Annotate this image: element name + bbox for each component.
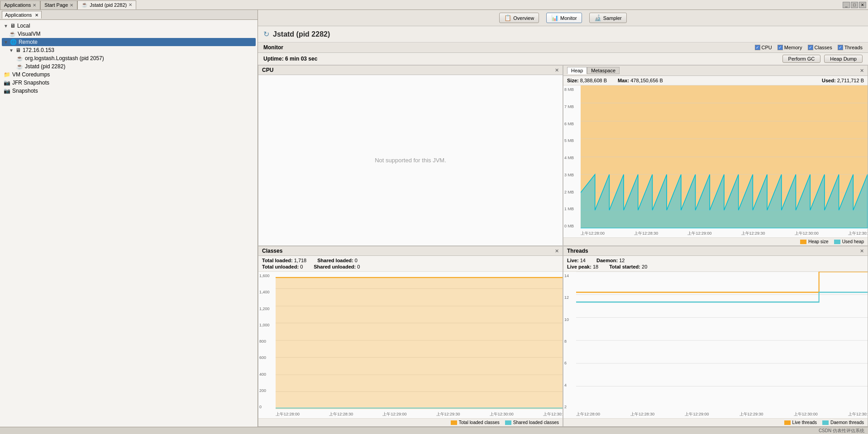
monitor-btn[interactable]: 📊 Monitor bbox=[546, 13, 582, 23]
right-panel: 📋 Overview 📊 Monitor 🔬 Sampler ↻ Jstatd … bbox=[258, 10, 868, 427]
tab-start-page-label: Start Page bbox=[44, 2, 68, 8]
total-started-stat: Total started: 20 bbox=[609, 264, 647, 269]
threads-x-axis: 上午12:28:00上午12:28:30上午12:29:00上午12:29:30… bbox=[576, 411, 868, 417]
uptime-text: Uptime: 6 min 03 sec bbox=[263, 56, 317, 62]
tree-label-remote: Remote bbox=[19, 39, 38, 45]
tab-start-page[interactable]: Start Page ✕ bbox=[40, 0, 77, 9]
cb-memory-box[interactable]: ✓ bbox=[777, 45, 783, 50]
tree-item-visualvm[interactable]: ☕ VisualVM bbox=[2, 30, 256, 38]
classes-chart-header: Classes ✕ bbox=[258, 246, 563, 256]
heap-chart-close[interactable]: ✕ bbox=[860, 68, 864, 74]
heap-size-stat: Size: 8,388,608 B bbox=[567, 78, 607, 83]
cb-classes: ✓ Classes bbox=[808, 45, 832, 50]
legend-used-heap-color bbox=[834, 240, 840, 244]
heap-chart-stats: Size: 8,388,608 B Max: 478,150,656 B Use… bbox=[563, 76, 868, 85]
monitor-icon: 📊 bbox=[551, 14, 558, 21]
threads-chart-close[interactable]: ✕ bbox=[860, 248, 864, 254]
tree-item-ip[interactable]: ▼ 🖥 172.16.0.153 bbox=[2, 46, 256, 54]
cb-cpu: ✓ CPU bbox=[755, 45, 772, 50]
overview-btn[interactable]: 📋 Overview bbox=[499, 13, 539, 23]
bottom-bar: CSDN 仿表性评估系统 bbox=[0, 427, 868, 434]
refresh-icon[interactable]: ↻ bbox=[263, 30, 269, 38]
classes-chart-panel: Classes ✕ Total loaded: 1,718 Shared loa… bbox=[258, 246, 563, 427]
tree-label-ip: 172.16.0.153 bbox=[23, 47, 54, 53]
overview-icon: 📋 bbox=[504, 14, 511, 21]
heap-chart-body: 8 MB7 MB6 MB5 MB4 MB3 MB2 MB1 MB0 MB bbox=[563, 85, 868, 237]
tab-start-page-close[interactable]: ✕ bbox=[70, 3, 73, 8]
heap-tab-heap[interactable]: Heap bbox=[567, 67, 587, 74]
tree-item-local[interactable]: ▼ 🖥 Local bbox=[2, 22, 256, 30]
action-buttons: Perform GC Heap Dump bbox=[782, 55, 863, 63]
threads-chart-legend: Live threads Daemon threads bbox=[563, 418, 868, 426]
threads-chart-stats: Live: 14 Daemon: 12 Live peak: 18 Total … bbox=[563, 256, 868, 272]
coredumps-icon: 📁 bbox=[4, 71, 10, 78]
legend-shared-loaded: Shared loaded classes bbox=[505, 420, 559, 425]
legend-used-heap: Used heap bbox=[834, 239, 864, 244]
remote-icon: 🌐 bbox=[10, 39, 17, 45]
uptime-actions-bar: Uptime: 6 min 03 sec Perform GC Heap Dum… bbox=[258, 53, 868, 65]
heap-used-stat: Used: 2,711,712 B bbox=[822, 78, 864, 83]
main-layout: Applications ✕ ▼ 🖥 Local ☕ VisualVM bbox=[0, 10, 868, 427]
heap-tab-metaspace[interactable]: Metaspace bbox=[587, 67, 620, 74]
tab-jstatd[interactable]: ☕ Jstatd (pid 2282) ✕ bbox=[77, 0, 136, 9]
tab-jstatd-close[interactable]: ✕ bbox=[129, 2, 132, 7]
threads-stats-row2: Live peak: 18 Total started: 20 bbox=[567, 264, 864, 269]
win-maximize-btn[interactable]: □ bbox=[851, 2, 858, 8]
monitor-section-label: Monitor bbox=[263, 44, 283, 51]
tree-label-visualvm: VisualVM bbox=[18, 31, 40, 37]
tab-jstatd-icon: ☕ bbox=[81, 2, 88, 8]
tab-jstatd-label: Jstatd (pid 2282) bbox=[90, 2, 127, 8]
tree-label-logstash: org.logstash.Logstash (pid 2057) bbox=[25, 55, 104, 61]
local-icon: 🖥 bbox=[10, 23, 15, 29]
cpu-chart-close[interactable]: ✕ bbox=[555, 67, 559, 73]
metaspace-tab-label: Metaspace bbox=[591, 68, 615, 73]
tree-item-jfr[interactable]: 📷 JFR Snapshots bbox=[2, 79, 256, 87]
logstash-icon: ☕ bbox=[16, 55, 23, 61]
cb-threads-box[interactable]: ✓ bbox=[838, 45, 843, 50]
tree-item-remote[interactable]: ▼ 🌐 Remote bbox=[2, 38, 256, 46]
svg-rect-17 bbox=[276, 278, 563, 409]
left-panel: Applications ✕ ▼ 🖥 Local ☕ VisualVM bbox=[0, 10, 258, 427]
tree-item-snapshots[interactable]: 📷 Snapshots bbox=[2, 87, 256, 95]
cpu-chart-panel: CPU ✕ Not supported for this JVM. bbox=[258, 65, 563, 246]
daemon-stat: Daemon: 12 bbox=[596, 258, 625, 263]
tree-item-logstash[interactable]: ☕ org.logstash.Logstash (pid 2057) bbox=[2, 54, 256, 62]
legend-heap-size-color bbox=[800, 240, 806, 244]
ip-icon: 🖥 bbox=[15, 47, 21, 53]
tab-applications-close[interactable]: ✕ bbox=[33, 3, 36, 8]
sampler-btn[interactable]: 🔬 Sampler bbox=[589, 13, 627, 23]
win-minimize-btn[interactable]: _ bbox=[843, 2, 850, 8]
legend-heap-size: Heap size bbox=[800, 239, 828, 244]
left-tab-close[interactable]: ✕ bbox=[35, 13, 38, 18]
tree-item-jstatd[interactable]: ☕ Jstatd (pid 2282) bbox=[2, 62, 256, 71]
tab-applications[interactable]: Applications ✕ bbox=[0, 0, 40, 9]
shared-unloaded-stat: Shared unloaded: 0 bbox=[314, 264, 360, 269]
tree-area: ▼ 🖥 Local ☕ VisualVM ▼ 🌐 Remote ▼ bbox=[0, 20, 258, 427]
legend-total-loaded-label: Total loaded classes bbox=[459, 420, 500, 425]
win-close-btn[interactable]: ✕ bbox=[859, 2, 866, 8]
cb-classes-box[interactable]: ✓ bbox=[808, 45, 813, 50]
toolbar: 📋 Overview 📊 Monitor 🔬 Sampler bbox=[258, 10, 868, 26]
legend-used-heap-label: Used heap bbox=[842, 239, 864, 244]
heap-dump-btn[interactable]: Heap Dump bbox=[824, 55, 863, 63]
classes-stats-row1: Total loaded: 1,718 Shared loaded: 0 bbox=[262, 258, 559, 263]
window-controls: _ □ ✕ bbox=[843, 2, 868, 8]
cb-memory: ✓ Memory bbox=[777, 45, 802, 50]
cb-cpu-box[interactable]: ✓ bbox=[755, 45, 760, 50]
perform-gc-btn[interactable]: Perform GC bbox=[782, 55, 821, 63]
threads-y-axis: 1412108642 bbox=[564, 274, 569, 409]
legend-shared-loaded-color bbox=[505, 420, 511, 425]
tree-item-coredumps[interactable]: 📁 VM Coredumps bbox=[2, 71, 256, 79]
classes-chart-svg bbox=[276, 272, 563, 409]
classes-chart-body: 1,6001,4001,2001,0008006004002000 bbox=[258, 272, 563, 418]
left-tab-applications[interactable]: Applications ✕ bbox=[2, 11, 42, 19]
threads-chart-title: Threads bbox=[567, 248, 588, 254]
heap-y-axis: 8 MB7 MB6 MB5 MB4 MB3 MB2 MB1 MB0 MB bbox=[564, 87, 574, 228]
cb-classes-label: Classes bbox=[815, 45, 832, 50]
legend-live-threads-label: Live threads bbox=[792, 420, 817, 425]
tree-label-jstatd: Jstatd (pid 2282) bbox=[25, 63, 65, 70]
cpu-not-supported: Not supported for this JVM. bbox=[375, 157, 446, 164]
classes-chart-close[interactable]: ✕ bbox=[555, 248, 559, 254]
legend-live-threads: Live threads bbox=[784, 420, 817, 425]
shared-loaded-stat: Shared loaded: 0 bbox=[317, 258, 358, 263]
